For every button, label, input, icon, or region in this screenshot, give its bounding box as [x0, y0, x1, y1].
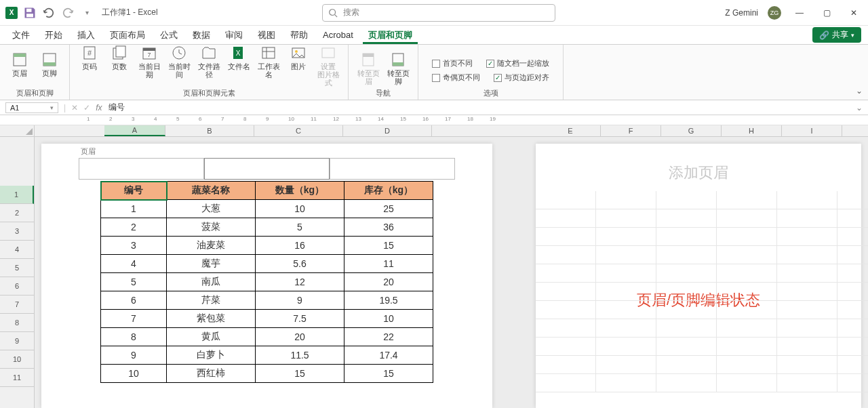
- col-C[interactable]: C: [254, 125, 343, 136]
- table-header[interactable]: 蔬菜名称: [167, 182, 256, 200]
- tab-home[interactable]: 开始: [39, 26, 68, 44]
- filename-button[interactable]: X文件名: [224, 41, 253, 70]
- col-A[interactable]: A: [104, 125, 165, 136]
- header-center-box[interactable]: [204, 158, 330, 180]
- pagenumber-button[interactable]: #页码: [75, 41, 104, 70]
- cell[interactable]: 3: [101, 237, 167, 255]
- cell[interactable]: 4: [101, 255, 167, 273]
- col-G[interactable]: G: [661, 125, 722, 136]
- table-header[interactable]: 数量（kg）: [256, 182, 344, 200]
- picture-button[interactable]: 图片: [284, 41, 313, 70]
- cell[interactable]: 9: [256, 291, 344, 310]
- cell[interactable]: 黄瓜: [167, 328, 256, 346]
- header-right-box[interactable]: [330, 158, 455, 180]
- cell[interactable]: 8: [101, 328, 167, 346]
- cell[interactable]: 22: [344, 328, 433, 346]
- minimize-button[interactable]: —: [791, 4, 808, 22]
- row-6[interactable]: 6: [0, 277, 34, 295]
- row-1[interactable]: 1: [0, 186, 34, 204]
- col-B[interactable]: B: [165, 125, 254, 136]
- filepath-button[interactable]: 文件路径: [195, 41, 223, 79]
- pagecount-button[interactable]: 页数: [105, 41, 134, 70]
- cell[interactable]: 紫包菜: [167, 310, 256, 328]
- cell[interactable]: 15: [344, 237, 433, 255]
- opt-diff-first[interactable]: 首页不同: [432, 58, 473, 68]
- opt-diff-oddeven[interactable]: 奇偶页不同: [432, 73, 480, 83]
- col-E[interactable]: E: [540, 125, 601, 136]
- row-4[interactable]: 4: [0, 241, 34, 259]
- ribbon-collapse[interactable]: ⌄: [856, 86, 863, 96]
- cell[interactable]: 油麦菜: [167, 237, 256, 255]
- cell[interactable]: 5.6: [256, 255, 344, 273]
- sheetname-button[interactable]: 工作表名: [254, 41, 283, 79]
- row-2[interactable]: 2: [0, 204, 34, 222]
- cell[interactable]: 10: [101, 365, 167, 383]
- fx-icon[interactable]: fx: [93, 103, 104, 113]
- col-F[interactable]: F: [601, 125, 661, 136]
- cell[interactable]: 11.5: [256, 346, 344, 365]
- cell[interactable]: 5: [256, 218, 344, 237]
- cell[interactable]: 15: [344, 365, 433, 383]
- opt-scale-with-doc[interactable]: ✓随文档一起缩放: [486, 58, 549, 68]
- currentdate-button[interactable]: 7当前日期: [135, 41, 163, 79]
- table-header[interactable]: 库存（kg）: [344, 182, 433, 200]
- redo-button[interactable]: [61, 6, 75, 20]
- cell[interactable]: 魔芋: [167, 255, 256, 273]
- cell[interactable]: 南瓜: [167, 273, 256, 291]
- cell[interactable]: 20: [344, 273, 433, 291]
- row-9[interactable]: 9: [0, 332, 34, 350]
- cell[interactable]: 15: [256, 365, 344, 383]
- cell[interactable]: 5: [101, 273, 167, 291]
- name-box[interactable]: A1▾: [5, 102, 58, 113]
- cell[interactable]: 6: [101, 291, 167, 310]
- col-H[interactable]: H: [722, 125, 782, 136]
- row-3[interactable]: 3: [0, 222, 34, 241]
- col-I[interactable]: I: [782, 125, 842, 136]
- cell[interactable]: 36: [344, 218, 433, 237]
- cell[interactable]: 9: [101, 346, 167, 365]
- tab-header-footer[interactable]: 页眉和页脚: [363, 26, 418, 44]
- cell[interactable]: 芹菜: [167, 291, 256, 310]
- row-8[interactable]: 8: [0, 314, 34, 332]
- cell[interactable]: 菠菜: [167, 218, 256, 237]
- header-button[interactable]: 页眉: [5, 47, 34, 77]
- cell[interactable]: 1: [101, 200, 167, 218]
- cell[interactable]: 10: [344, 310, 433, 328]
- share-button[interactable]: 🔗共享▾: [812, 27, 861, 43]
- col-D[interactable]: D: [343, 125, 432, 136]
- search-box[interactable]: 搜索: [322, 4, 555, 22]
- footer-button[interactable]: 页脚: [35, 47, 64, 77]
- user-name[interactable]: Z Gemini: [725, 8, 758, 18]
- cell[interactable]: 2: [101, 218, 167, 237]
- save-button[interactable]: [23, 6, 37, 20]
- table-header[interactable]: 编号: [101, 182, 167, 200]
- goto-footer-button[interactable]: 转至页脚: [384, 47, 412, 85]
- qat-customize[interactable]: ▾: [80, 6, 94, 20]
- row-7[interactable]: 7: [0, 295, 34, 314]
- cell[interactable]: 12: [256, 273, 344, 291]
- maximize-button[interactable]: ▢: [818, 4, 835, 22]
- cell[interactable]: 20: [256, 328, 344, 346]
- currenttime-button[interactable]: 当前时间: [165, 41, 193, 79]
- formula-input[interactable]: 编号: [104, 102, 850, 113]
- cell[interactable]: 17.4: [344, 346, 433, 365]
- row-11[interactable]: 11: [0, 369, 34, 387]
- row-10[interactable]: 10: [0, 350, 34, 369]
- cell[interactable]: 10: [256, 200, 344, 218]
- cell[interactable]: 7.5: [256, 310, 344, 328]
- cell[interactable]: 11: [344, 255, 433, 273]
- opt-align-margins[interactable]: ✓与页边距对齐: [494, 73, 549, 83]
- formula-expand[interactable]: ⌄: [850, 103, 868, 113]
- enter-icon[interactable]: ✓: [81, 103, 93, 113]
- user-avatar[interactable]: ZG: [768, 6, 781, 20]
- cell[interactable]: 25: [344, 200, 433, 218]
- cell[interactable]: 7: [101, 310, 167, 328]
- cell[interactable]: 大葱: [167, 200, 256, 218]
- row-5[interactable]: 5: [0, 259, 34, 277]
- cancel-icon[interactable]: ✕: [68, 103, 81, 113]
- select-all-corner[interactable]: [0, 125, 35, 136]
- cell[interactable]: 19.5: [344, 291, 433, 310]
- undo-button[interactable]: [42, 6, 56, 20]
- cell[interactable]: 西红柿: [167, 365, 256, 383]
- cell[interactable]: 白萝卜: [167, 346, 256, 365]
